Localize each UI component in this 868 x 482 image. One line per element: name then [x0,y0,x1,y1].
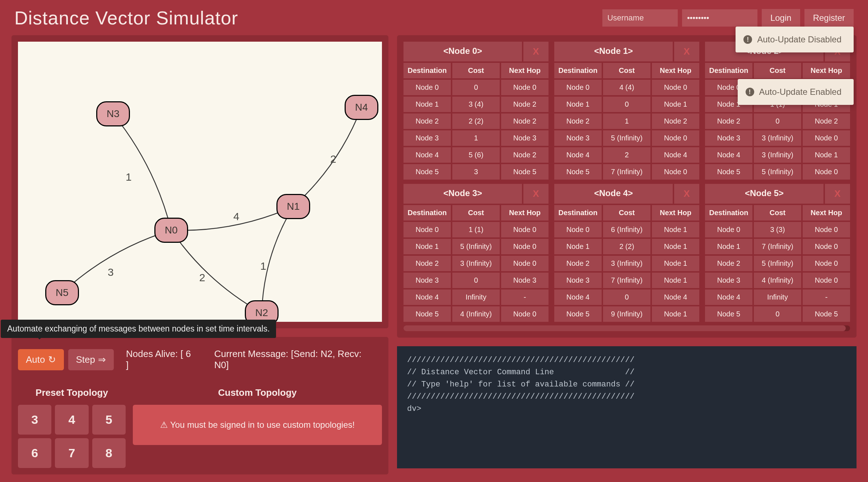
table-cell: Node 1 [652,97,699,112]
preset-topology-3[interactable]: 3 [18,405,51,435]
table-cell: Node 1 [705,239,752,254]
auto-button-tooltip: Automate exchanging of messages between … [1,320,276,338]
preset-topology-4[interactable]: 4 [55,405,88,435]
table-cell: Node 0 [554,222,602,237]
delete-node-button[interactable]: X [523,184,549,204]
table-cell: Node 1 [652,306,699,322]
tables-scrollbar-thumb[interactable] [403,325,846,331]
table-header-cell: Destination [705,63,752,78]
table-cell: Node 5 [705,306,752,322]
table-cell: 5 (Infinity) [754,256,801,271]
graph-node-n3[interactable]: N3 [96,101,130,126]
table-row: Node 23 (Infinity)Node 1 [554,256,699,271]
table-row: Node 25 (Infinity)Node 0 [705,256,850,271]
table-cell: Node 0 [501,239,549,254]
routing-table-title: <Node 0> [403,42,522,61]
table-cell: Node 4 [554,289,602,305]
table-cell: 1 [452,130,500,146]
username-input[interactable] [602,9,678,27]
table-cell: 0 [754,113,801,129]
preset-topology-6[interactable]: 6 [18,438,51,468]
table-row: Node 00Node 0 [403,80,549,95]
graph-node-n1[interactable]: N1 [276,194,310,219]
table-row: Node 59 (Infinity)Node 1 [554,306,699,322]
table-cell: 3 (Infinity) [452,256,500,271]
table-cell: 2 [603,147,650,163]
table-cell: Node 4 [403,289,451,305]
table-row: Node 40Node 4 [554,289,699,305]
preset-topology-8[interactable]: 8 [92,438,126,468]
toast-text: Auto-Update Disabled [757,34,841,45]
table-row: Node 37 (Infinity)Node 1 [554,273,699,288]
table-row: Node 21Node 2 [554,113,699,129]
table-row: Node 50Node 5 [705,306,850,322]
table-cell: Node 1 [652,273,699,288]
graph-panel: 132412N0N1N2N3N4N5 [11,35,388,328]
table-cell: 6 (Infinity) [603,222,650,237]
table-cell: Node 2 [803,113,850,129]
table-cell: Node 0 [501,222,549,237]
edge-weight: 3 [108,266,114,278]
table-header-cell: Next Hop [803,205,850,221]
table-cell: Node 4 [705,289,752,305]
table-cell: Node 4 [403,147,451,163]
table-cell: Node 3 [403,130,451,146]
delete-node-button[interactable]: X [674,184,699,204]
table-cell: Node 5 [705,164,752,180]
table-cell: 3 (Infinity) [754,130,801,146]
table-cell: Node 0 [652,164,699,180]
auto-button[interactable]: Auto ↻ [18,349,64,370]
toast-text: Auto-Update Enabled [759,87,842,97]
table-cell: 5 (Infinity) [603,130,650,146]
login-button[interactable]: Login [762,9,800,27]
table-row: Node 45 (6)Node 2 [403,147,549,163]
step-button-label: Step [76,354,95,365]
table-cell: Node 3 [705,273,752,288]
preset-topology-7[interactable]: 7 [55,438,88,468]
table-cell: Node 1 [403,97,451,112]
delete-node-button[interactable]: X [523,42,549,61]
table-cell: Node 1 [652,256,699,271]
table-cell: Node 5 [803,306,850,322]
table-header-cell: Next Hop [803,63,850,78]
console-output[interactable]: ////////////////////////////////////////… [397,346,857,468]
table-row: Node 20Node 2 [705,113,850,129]
delete-node-button[interactable]: X [674,42,699,61]
table-cell: - [803,289,850,305]
table-cell: Node 3 [554,130,602,146]
table-cell: Node 3 [705,130,752,146]
table-row: Node 06 (Infinity)Node 1 [554,222,699,237]
table-cell: 3 (3) [754,222,801,237]
table-cell: 1 [603,113,650,129]
table-header-cell: Cost [754,63,801,78]
table-cell: Node 0 [652,130,699,146]
table-cell: Node 0 [803,256,850,271]
table-row: Node 4Infinity- [403,289,549,305]
edge-weight: 1 [260,260,266,272]
graph-node-n5[interactable]: N5 [45,280,79,305]
table-row: Node 57 (Infinity)Node 0 [554,164,699,180]
routing-table-node-4: <Node 4>XDestinationCostNext HopNode 06 … [554,184,699,322]
graph-node-n4[interactable]: N4 [345,95,378,120]
table-cell: Node 4 [652,289,699,305]
table-row: Node 42Node 4 [554,147,699,163]
graph-node-n0[interactable]: N0 [154,218,188,243]
graph-canvas[interactable]: 132412N0N1N2N3N4N5 [18,42,382,322]
table-row: Node 34 (Infinity)Node 0 [705,273,850,288]
table-cell: Node 0 [652,80,699,95]
register-button[interactable]: Register [804,9,854,27]
step-button[interactable]: Step ⇒ [68,349,114,370]
password-input[interactable] [682,9,757,27]
routing-table-title: <Node 4> [554,184,673,204]
delete-node-button[interactable]: X [825,184,850,204]
table-header-cell: Cost [603,63,650,78]
current-message-readout: Current Message: [Send: N2, Recv: N0] [206,343,382,376]
table-cell: 0 [754,306,801,322]
table-cell: Node 5 [554,164,602,180]
table-cell: Node 0 [501,80,549,95]
table-row: Node 33 (Infinity)Node 0 [705,130,850,146]
preset-topology-5[interactable]: 5 [92,405,126,435]
arrow-right-icon: ⇒ [98,354,106,365]
tables-scrollbar[interactable] [403,325,850,331]
refresh-icon: ↻ [48,354,56,365]
